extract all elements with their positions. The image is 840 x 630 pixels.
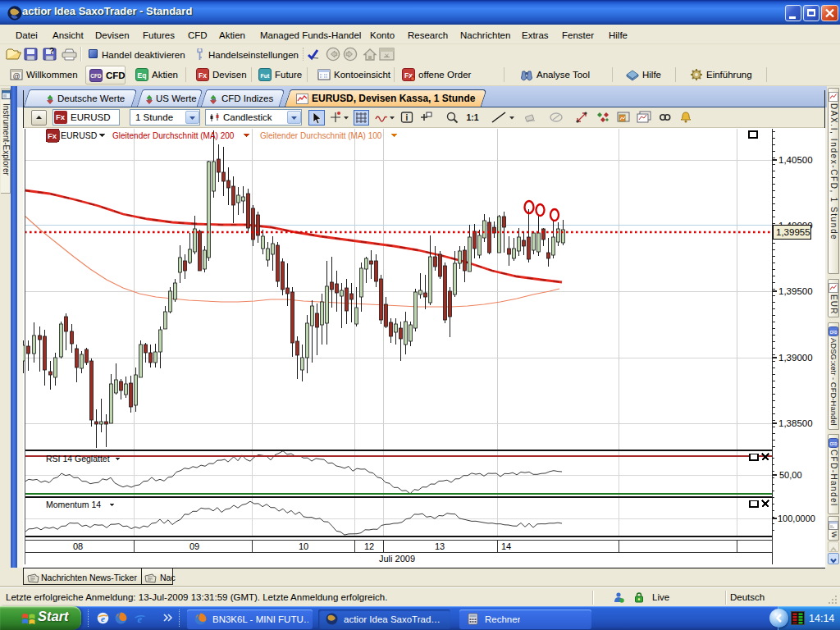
svg-text:1,39500: 1,39500: [778, 286, 813, 296]
svg-text:1,39000: 1,39000: [778, 353, 813, 363]
svg-text:?: ?: [49, 47, 54, 56]
svg-text:e: e: [138, 613, 143, 625]
svg-text:Fx: Fx: [48, 131, 57, 140]
svg-text:09: 09: [189, 541, 199, 551]
svg-text:1,40500: 1,40500: [778, 155, 813, 165]
svg-text:Fut: Fut: [261, 73, 271, 79]
svg-text:RSI 14 Geglättet: RSI 14 Geglättet: [46, 454, 110, 463]
svg-text:100,0000: 100,0000: [778, 514, 815, 523]
svg-text:CFD: CFD: [90, 73, 102, 79]
svg-text:EURUSD: EURUSD: [61, 130, 98, 140]
svg-text:CFD: CFD: [829, 442, 838, 446]
svg-text:e: e: [101, 614, 105, 623]
svg-text:1,39955: 1,39955: [776, 227, 810, 237]
svg-text:Fx: Fx: [199, 71, 207, 80]
svg-text:i: i: [406, 113, 409, 122]
svg-text:Gleitender Durchschnitt (MA) 1: Gleitender Durchschnitt (MA) 100: [260, 131, 382, 140]
svg-text:Juli 2009: Juli 2009: [379, 554, 415, 564]
svg-text:14: 14: [501, 541, 511, 551]
svg-text:CFD: CFD: [829, 331, 838, 335]
svg-text:Momentum 14: Momentum 14: [46, 500, 101, 509]
svg-text:10: 10: [299, 541, 308, 551]
svg-text:1,38500: 1,38500: [778, 418, 813, 428]
svg-text:Eq: Eq: [138, 71, 147, 80]
svg-text:13: 13: [435, 541, 445, 551]
svg-text:08: 08: [73, 541, 83, 551]
svg-text:1:1: 1:1: [466, 112, 478, 122]
svg-text:12: 12: [364, 541, 374, 551]
svg-text:@: @: [12, 72, 20, 80]
svg-text:50,00: 50,00: [779, 470, 802, 480]
svg-text:Gleitender Durchschnitt (MA) 2: Gleitender Durchschnitt (MA) 200: [112, 131, 235, 140]
